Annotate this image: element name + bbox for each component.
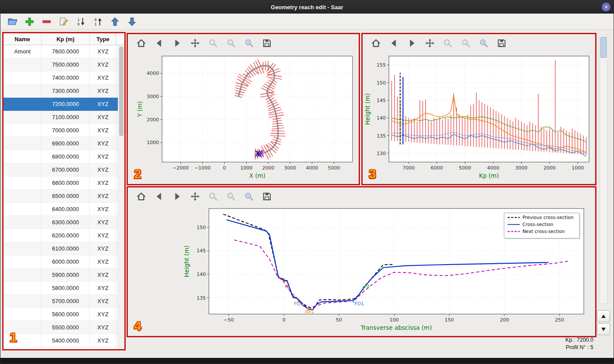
column-header-kpm[interactable]: Kp (m)	[42, 33, 90, 45]
close-button[interactable]: ✕	[602, 3, 610, 11]
zoom-area-button[interactable]	[243, 37, 255, 49]
back-button[interactable]	[388, 37, 400, 49]
table-row[interactable]: 7500.0000XYZ	[4, 58, 124, 71]
table-row[interactable]: 5500.0000XYZ	[4, 321, 124, 334]
table-scrollbar-thumb[interactable]	[119, 46, 124, 136]
table-row[interactable]: 5400.0000XYZ	[4, 334, 124, 347]
window-scrollbar[interactable]	[600, 35, 607, 304]
add-cross-section-button[interactable]	[23, 15, 36, 28]
table-row[interactable]: 6800.0000XYZ	[4, 150, 124, 163]
cell-type: XYZ	[90, 229, 116, 242]
table-row[interactable]: Amont7600.0000XYZ	[4, 45, 124, 58]
back-button[interactable]	[153, 37, 165, 49]
plan-view-figure[interactable]: −2000−1000010002000300040005000100020003…	[128, 52, 359, 184]
cell-name: Amont	[4, 45, 42, 58]
cell-name	[4, 255, 42, 269]
window-scrollbar-thumb[interactable]	[600, 37, 607, 58]
svg-text:−1000: −1000	[194, 165, 211, 171]
save-icon	[262, 38, 272, 48]
edit-cross-section-button[interactable]	[57, 15, 70, 28]
move-down-button[interactable]	[125, 15, 138, 28]
folder-open-icon	[7, 17, 18, 27]
svg-text:1000: 1000	[572, 165, 584, 171]
table-row[interactable]: 7400.0000XYZ	[4, 71, 124, 85]
cell-type: XYZ	[90, 124, 116, 137]
cell-type: XYZ	[90, 177, 116, 190]
table-row[interactable]: 6100.0000XYZ	[4, 242, 124, 255]
cell-kp: 7500.0000	[42, 58, 90, 71]
sort-ascending-button[interactable]: 19	[74, 15, 87, 28]
svg-text:135: 135	[377, 133, 386, 139]
cell-name	[4, 190, 42, 203]
table-row[interactable]: 5700.0000XYZ	[4, 295, 124, 308]
back-button[interactable]	[153, 190, 165, 202]
table-row[interactable]: 6500.0000XYZ	[4, 190, 124, 203]
zoom-area-button[interactable]	[243, 190, 255, 202]
cell-type: XYZ	[90, 203, 116, 216]
table-row[interactable]: 5600.0000XYZ	[4, 308, 124, 321]
table-row[interactable]: 7200.0000XYZ	[4, 98, 124, 111]
table-row[interactable]: 6000.0000XYZ	[4, 255, 124, 269]
table-row[interactable]: 6900.0000XYZ	[4, 137, 124, 150]
table-row[interactable]: 7300.0000XYZ	[4, 85, 124, 98]
table-row[interactable]: 5900.0000XYZ	[4, 269, 124, 282]
svg-text:1: 1	[94, 22, 96, 26]
cell-kp: 5600.0000	[42, 308, 90, 321]
open-geometry-button[interactable]	[6, 15, 19, 28]
zoom-info-button[interactable]: i	[225, 37, 237, 49]
table-row[interactable]: 6200.0000XYZ	[4, 229, 124, 242]
forward-button[interactable]	[406, 37, 418, 49]
cell-type: XYZ	[90, 98, 116, 111]
zoom-button[interactable]	[207, 190, 219, 202]
cell-type: XYZ	[90, 163, 116, 177]
long-profile-figure[interactable]: 7000600050004000300020001000130135140145…	[363, 52, 595, 184]
svg-text:200: 200	[500, 317, 509, 323]
home-button[interactable]	[135, 190, 147, 202]
sort-descending-button[interactable]: 91	[91, 15, 104, 28]
pan-button[interactable]	[423, 37, 436, 49]
home-button[interactable]	[370, 37, 382, 49]
svg-text:0: 0	[223, 165, 226, 171]
table-row[interactable]: 7000.0000XYZ	[4, 124, 124, 137]
cell-name	[4, 229, 42, 242]
svg-text:1000: 1000	[240, 165, 253, 171]
cell-type: XYZ	[90, 269, 116, 282]
cross-section-figure[interactable]: −50050100150200250135140145150Transverse…	[128, 205, 595, 336]
forward-button[interactable]	[171, 190, 183, 202]
save-figure-button[interactable]	[261, 190, 273, 202]
table-scrollbar[interactable]	[118, 45, 124, 349]
titlebar[interactable]: Geometry reach edit - Saar ✕	[0, 0, 614, 14]
svg-text:7000: 7000	[402, 165, 415, 171]
status-profile-number: Profil N° : 5	[565, 344, 593, 351]
table-row[interactable]: 6300.0000XYZ	[4, 216, 124, 229]
zoom-info-button[interactable]: i	[225, 190, 237, 202]
column-header-type[interactable]: Type	[90, 33, 116, 45]
table-row[interactable]: 6400.0000XYZ	[4, 203, 124, 216]
cell-type: XYZ	[90, 255, 116, 269]
save-figure-button[interactable]	[261, 37, 273, 49]
zoom-button[interactable]	[441, 37, 454, 49]
table-row[interactable]: 6600.0000XYZ	[4, 177, 124, 190]
table-row[interactable]: 7100.0000XYZ	[4, 111, 124, 124]
home-button[interactable]	[135, 37, 147, 49]
svg-text:rd: rd	[364, 283, 369, 289]
pan-button[interactable]	[189, 190, 201, 202]
zoom-info-button[interactable]: i	[459, 37, 472, 49]
cell-name	[4, 71, 42, 85]
zoom-info-icon: i	[226, 191, 236, 201]
back-icon	[154, 191, 164, 201]
column-header-name[interactable]: Name	[4, 33, 42, 45]
zoom-area-button[interactable]	[477, 37, 490, 49]
scrollbar-down-button[interactable]	[597, 323, 610, 335]
pan-button[interactable]	[189, 37, 201, 49]
svg-text:Transverse abscissa (m): Transverse abscissa (m)	[360, 324, 432, 331]
cell-name	[4, 98, 42, 111]
save-figure-button[interactable]	[495, 37, 508, 49]
forward-button[interactable]	[171, 37, 183, 49]
table-row[interactable]: 6700.0000XYZ	[4, 163, 124, 177]
move-up-button[interactable]	[108, 15, 121, 28]
table-row[interactable]: 5800.0000XYZ	[4, 282, 124, 295]
scrollbar-up-button[interactable]	[597, 310, 610, 322]
delete-cross-section-button[interactable]	[40, 15, 53, 28]
zoom-button[interactable]	[207, 37, 219, 49]
